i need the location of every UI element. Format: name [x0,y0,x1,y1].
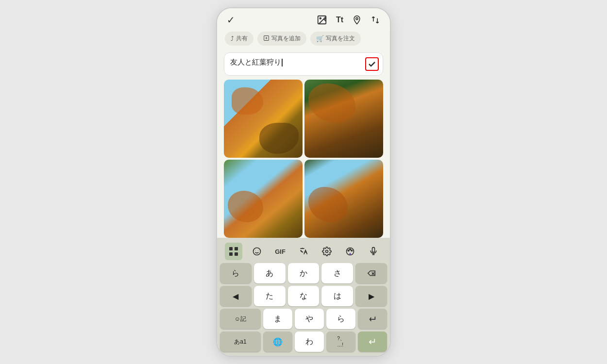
kb-row-2: ◀ た な は ▶ [220,286,387,306]
svg-point-4 [356,17,358,19]
key-na[interactable]: な [288,286,320,306]
svg-point-19 [351,250,353,251]
key-backspace[interactable] [355,263,387,283]
add-photo-icon [263,35,270,43]
svg-rect-20 [372,248,375,252]
key-ha[interactable]: は [321,286,353,306]
svg-rect-8 [229,247,233,250]
add-photo-label: 写真を追加 [271,34,301,43]
key-ta[interactable]: た [254,286,286,306]
order-photo-label: 写真を注文 [326,34,355,43]
key-left[interactable]: ◀ [220,286,252,306]
photo-4[interactable] [304,160,383,238]
kb-row-1: ら あ か さ [220,263,387,283]
key-ra[interactable]: ら [220,263,252,283]
key-right[interactable]: ▶ [355,286,387,306]
order-photo-icon: 🛒 [316,35,324,42]
photos-grid [217,80,390,238]
text-format-icon[interactable]: Tt [336,16,343,24]
key-punctuation[interactable]: ?、…! [326,331,355,352]
svg-rect-11 [235,252,238,256]
keyboard-rows: ら あ か さ ◀ た な は ▶ [217,263,390,329]
add-photo-button[interactable]: 写真を追加 [257,32,306,46]
input-confirm-button[interactable] [365,57,379,71]
key-sa[interactable]: さ [321,263,353,283]
confirm-icon[interactable]: ✓ [227,14,235,26]
text-input-area[interactable]: 友人と紅葉狩り [224,52,383,76]
photo-1[interactable] [224,80,303,158]
key-globe[interactable]: 🌐 [263,331,292,352]
kb-translate-button[interactable] [295,243,312,260]
swap-icon[interactable] [371,15,380,25]
kb-palette-button[interactable] [341,243,359,260]
phone-container: ✓ Tt [216,7,391,357]
kb-row-4: あa1 🌐 わ ?、…! ↵ [217,331,390,354]
share-icon: ⤴ [231,35,234,42]
svg-point-18 [350,249,351,250]
kb-mic-button[interactable] [365,243,382,260]
text-cursor [282,59,283,66]
share-button[interactable]: ⤴ 共有 [225,32,253,46]
keyboard-toolbar: GIF [217,241,390,263]
top-toolbar: ✓ Tt [217,8,390,30]
photo-2[interactable] [304,80,383,158]
kb-emoji-button[interactable] [248,243,266,260]
key-lang-switch[interactable]: あa1 [220,331,261,352]
key-ra2[interactable]: ら [326,309,355,329]
svg-point-12 [253,248,261,255]
input-text: 友人と紅葉狩り [230,58,281,66]
toolbar-icons: Tt [317,15,380,25]
key-newline[interactable] [358,309,387,329]
svg-point-17 [348,250,349,251]
key-ya[interactable]: や [295,309,324,329]
add-image-icon[interactable] [317,15,327,25]
svg-rect-10 [229,252,233,256]
key-ma[interactable]: ま [263,309,292,329]
photo-3[interactable] [224,160,303,238]
location-icon[interactable] [352,15,362,25]
order-photo-button[interactable]: 🛒 写真を注文 [310,32,361,46]
svg-point-1 [320,17,321,19]
svg-rect-9 [235,247,238,250]
share-label: 共有 [236,34,248,43]
keyboard-container: GIF [217,238,390,356]
kb-gif-button[interactable]: GIF [271,243,289,260]
svg-point-15 [326,250,328,253]
action-bar: ⤴ 共有 写真を追加 🛒 写真を注文 [217,30,390,50]
kb-row-3: ☺記 ま や ら [220,309,387,329]
kb-grid-button[interactable] [225,243,242,260]
key-return[interactable]: ↵ [358,331,387,352]
key-ka[interactable]: か [288,263,320,283]
key-wa[interactable]: わ [295,331,324,352]
kb-settings-button[interactable] [318,243,336,260]
key-emoji-kigo[interactable]: ☺記 [220,309,261,329]
key-a[interactable]: あ [254,263,286,283]
